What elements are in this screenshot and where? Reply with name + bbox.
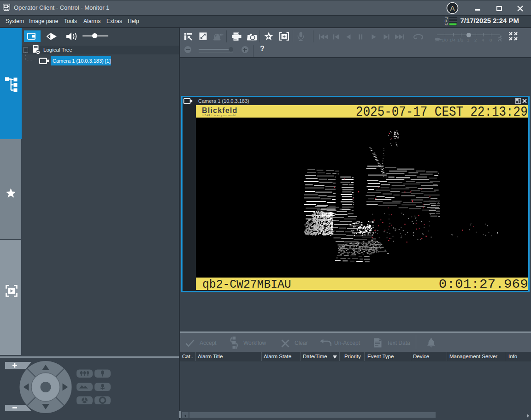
svg-text:CPU: CPU [444,17,448,25]
svg-text:A: A [450,4,454,12]
